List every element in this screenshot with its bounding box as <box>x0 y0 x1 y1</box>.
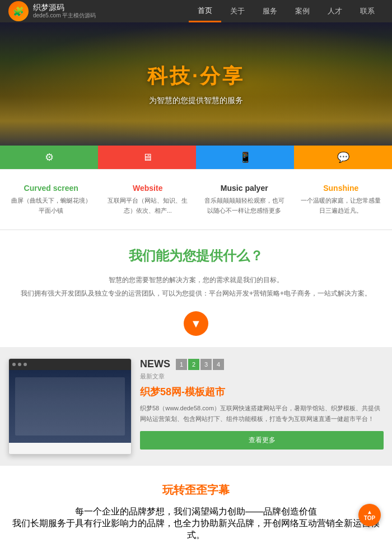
card-sunshine: Sunshine 一个温暖的家庭，让您常感量日三遍趋近凡。 <box>296 178 387 221</box>
hero-section: 科技·分享 为智慧的您提供智慧的服务 <box>0 22 392 146</box>
tab-music[interactable]: 📱 <box>196 146 294 169</box>
card-title-sunshine: Sunshine <box>300 184 382 193</box>
card-desc-website: 互联网平台（网站、知识、生态）依次、相产... <box>107 196 189 216</box>
news-num-4[interactable]: 4 <box>213 359 224 370</box>
card-title-website: Website <box>107 184 189 193</box>
news-screenshot <box>8 358 132 455</box>
screenshot-titlebar <box>9 359 131 370</box>
card-music: Music palyer 音乐颠颠颠颠轻松观察，也可以随心不一样让您感悟更多 <box>199 178 290 221</box>
screenshot-inner <box>15 377 125 436</box>
phone-icon: 📱 <box>239 151 251 163</box>
dot-3 <box>24 363 27 366</box>
tab-website[interactable]: 🖥 <box>98 146 196 169</box>
news-num-1[interactable]: 1 <box>176 359 187 370</box>
marquee-desc1: 每一个企业的品牌梦想，我们渴望竭力创助——品牌创造价值 <box>11 506 381 518</box>
card-desc-sunshine: 一个温暖的家庭，让您常感量日三遍趋近凡。 <box>300 196 382 216</box>
nav-cases[interactable]: 案例 <box>286 0 319 22</box>
marquee-title: 玩转歪歪字幕 <box>11 483 381 498</box>
news-num-3[interactable]: 3 <box>200 359 212 370</box>
card-curved-screen: Curved screen 曲屏（曲线天下，蜿蜒花境）平面小镇 <box>6 178 97 221</box>
news-title: 织梦58网-模板超市 <box>140 385 384 399</box>
hero-title: 科技·分享 <box>147 63 245 90</box>
news-sub-label: 最新文章 <box>140 372 384 381</box>
news-body: 织梦58（www.dede58.com）互联网快速搭建网站平台，暑期学馆站、织梦… <box>140 403 384 424</box>
gear-icon: ⚙ <box>45 151 54 163</box>
scroll-to-top-button[interactable]: ▲ TOP <box>358 504 381 526</box>
feature-cards: Curved screen 曲屏（曲线天下，蜿蜒花境）平面小镇 Website … <box>0 170 392 230</box>
nav-about[interactable]: 关于 <box>221 0 254 22</box>
card-desc-music: 音乐颠颠颠颠轻松观察，也可以随心不一样让您感悟更多 <box>203 196 286 216</box>
chevron-down-button[interactable]: ▼ <box>184 311 208 336</box>
card-title-curved: Curved screen <box>10 184 92 193</box>
nav-services[interactable]: 服务 <box>254 0 286 22</box>
logo-text: 织梦源码 <box>33 3 96 12</box>
nav-home[interactable]: 首页 <box>189 0 221 22</box>
news-more-button[interactable]: 查看更多 <box>140 431 384 450</box>
section-what-desc2: 我们拥有强大开发团队及独立专业的运营团队，可以为您提供：平台网站开发+营销策略+… <box>11 287 381 300</box>
screenshot-frame <box>8 358 132 455</box>
news-content: NEWS 1 2 3 4 最新文章 织梦58网-模板超市 织梦58（www.de… <box>140 358 384 455</box>
header: 🧩 织梦源码 dede5.com 平主模仿源码 首页 关于 服务 案例 人才 联… <box>0 0 392 22</box>
nav-contact[interactable]: 联系 <box>351 0 384 22</box>
section-what-title: 我们能为您提供什么？ <box>11 247 381 265</box>
section-what-desc1: 智慧的您需要智慧的解决方案，您的需求就是我们的目标。 <box>11 273 381 287</box>
news-num-2[interactable]: 2 <box>188 359 199 370</box>
main-nav: 首页 关于 服务 案例 人才 联系 <box>189 0 384 22</box>
news-numbers: 1 2 3 4 <box>176 359 224 370</box>
dot-2 <box>18 363 21 366</box>
card-desc-curved: 曲屏（曲线天下，蜿蜒花境）平面小镇 <box>10 196 92 216</box>
marquee-section: 玩转歪歪字幕 每一个企业的品牌梦想，我们渴望竭力创助——品牌创造价值 我们长期服… <box>0 466 392 543</box>
tab-sunshine[interactable]: 💬 <box>294 146 392 169</box>
top-arrow-icon: ▲ <box>367 509 372 515</box>
news-label: NEWS <box>140 358 170 370</box>
logo: 🧩 织梦源码 dede5.com 平主模仿源码 <box>8 1 96 21</box>
screenshot-content <box>9 370 131 443</box>
marquee-desc2: 我们长期服务于具有行业影响力的品牌，也全力协助新兴品牌，开创网络互动营销全新运营… <box>11 518 381 541</box>
tab-curved-screen[interactable]: ⚙ <box>0 146 98 169</box>
news-section: NEWS 1 2 3 4 最新文章 织梦58网-模板超市 织梦58（www.de… <box>0 347 392 466</box>
screenshot-footer <box>9 443 131 454</box>
nav-talent[interactable]: 人才 <box>319 0 351 22</box>
card-title-music: Music palyer <box>203 184 286 193</box>
dot-1 <box>12 363 16 366</box>
top-label: TOP <box>364 515 375 521</box>
feature-tabs: ⚙ 🖥 📱 💬 <box>0 146 392 170</box>
hero-subtitle: 为智慧的您提供智慧的服务 <box>149 96 243 106</box>
monitor-icon: 🖥 <box>142 152 152 163</box>
section-what-we-do: 我们能为您提供什么？ 智慧的您需要智慧的解决方案，您的需求就是我们的目标。 我们… <box>0 230 392 347</box>
chevron-down-icon: ▼ <box>190 317 202 330</box>
card-website: Website 互联网平台（网站、知识、生态）依次、相产... <box>102 178 194 221</box>
chat-icon: 💬 <box>337 151 349 163</box>
logo-subtext: dede5.com 平主模仿源码 <box>33 12 96 20</box>
logo-icon: 🧩 <box>8 1 29 21</box>
